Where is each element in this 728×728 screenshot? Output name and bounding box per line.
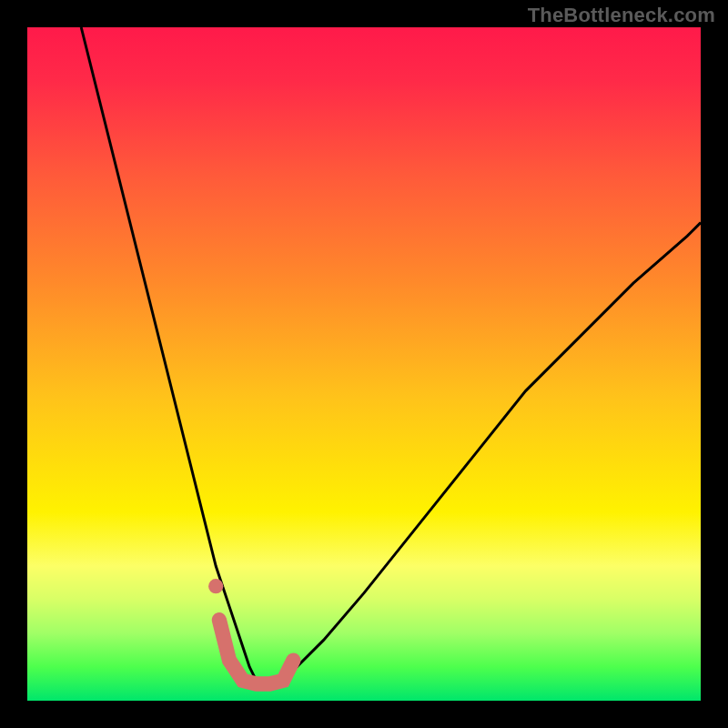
chart-plot-area (27, 27, 701, 701)
bottleneck-curve (81, 27, 701, 681)
watermark-text: TheBottleneck.com (528, 4, 715, 27)
highlight-segment (219, 620, 293, 683)
highlight-dot (208, 579, 223, 593)
chart-svg (27, 27, 701, 701)
